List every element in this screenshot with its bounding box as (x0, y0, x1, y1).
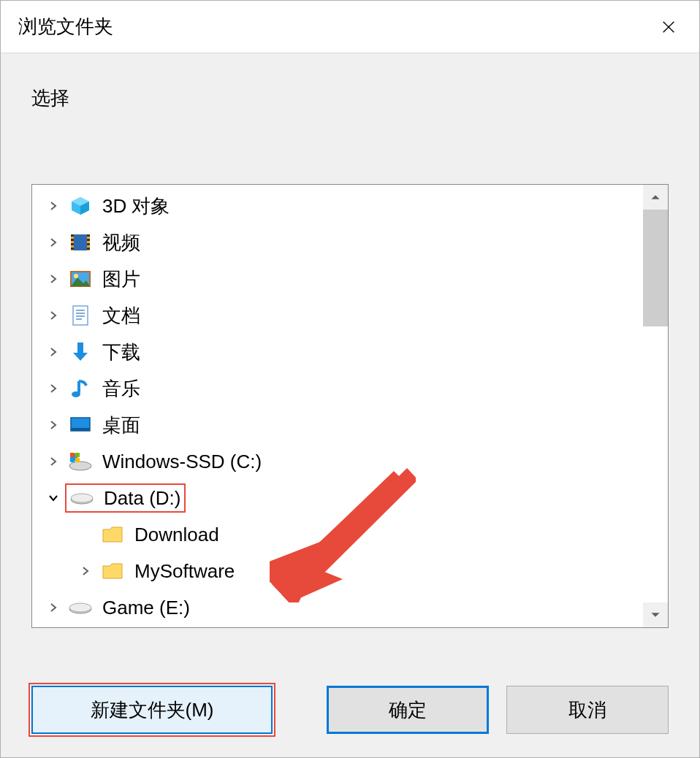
tree-item-label: 桌面 (102, 413, 140, 438)
svg-rect-12 (87, 234, 90, 237)
chevron-right-icon[interactable] (41, 273, 66, 285)
tree-item[interactable]: Data (D:) (32, 480, 668, 516)
svg-point-18 (74, 274, 78, 278)
svg-rect-28 (71, 428, 90, 431)
tree-item[interactable]: MySoftware (32, 553, 668, 589)
tree-item-label: Download (134, 524, 219, 546)
tree-item-label: Windows-SSD (C:) (102, 451, 262, 473)
svg-rect-35 (75, 458, 80, 462)
svg-rect-10 (71, 243, 74, 245)
drive-icon (66, 595, 95, 620)
tree-item-label: 视频 (102, 230, 140, 256)
svg-rect-19 (73, 306, 88, 325)
ok-label: 确定 (389, 697, 427, 723)
svg-rect-11 (71, 248, 74, 250)
svg-point-29 (69, 462, 91, 470)
new-folder-button[interactable]: 新建文件夹(M) (31, 686, 273, 734)
drive-icon (67, 486, 96, 510)
tree-item[interactable]: 视频 (32, 224, 668, 261)
close-button[interactable] (655, 14, 682, 40)
chevron-right-icon[interactable] (41, 602, 66, 613)
chevron-right-icon[interactable] (41, 346, 66, 358)
tree-item[interactable]: 文档 (32, 297, 668, 334)
scroll-down-button[interactable] (643, 602, 668, 627)
folder-icon (98, 522, 127, 547)
svg-rect-34 (70, 458, 75, 462)
folder-icon (98, 559, 127, 583)
chevron-right-icon[interactable] (41, 310, 66, 321)
pictures-icon (66, 267, 95, 291)
tree-item-label: 3D 对象 (102, 194, 170, 219)
dialog-button-row: 新建文件夹(M) 确定 取消 (31, 686, 669, 734)
svg-point-39 (69, 603, 91, 612)
tree-item-label: MySoftware (134, 560, 235, 583)
folder-tree[interactable]: 3D 对象视频图片文档下载音乐桌面Windows-SSD (C:)Data (D… (31, 184, 669, 628)
svg-rect-13 (87, 239, 90, 241)
ok-button[interactable]: 确定 (327, 686, 489, 734)
tree-item[interactable]: 桌面 (32, 407, 668, 443)
chevron-right-icon[interactable] (41, 237, 66, 248)
tree-item-label: 图片 (102, 267, 140, 292)
chevron-right-icon[interactable] (41, 383, 66, 394)
instruction-label: 选择 (31, 85, 669, 111)
svg-marker-25 (73, 353, 88, 361)
tree-item[interactable]: 音乐 (32, 370, 668, 407)
svg-rect-8 (71, 234, 74, 237)
svg-rect-33 (75, 453, 80, 457)
titlebar: 浏览文件夹 (1, 1, 699, 53)
chevron-down-icon[interactable] (41, 492, 66, 504)
chevron-right-icon[interactable] (41, 456, 66, 467)
svg-rect-14 (87, 243, 90, 245)
cancel-button[interactable]: 取消 (506, 686, 669, 734)
tree-item-label: Game (E:) (102, 597, 190, 619)
svg-rect-32 (70, 453, 75, 457)
tree-item[interactable]: Windows-SSD (C:) (32, 443, 668, 480)
3d-objects-icon (66, 194, 95, 218)
scroll-up-button[interactable] (643, 185, 668, 210)
svg-rect-24 (77, 342, 83, 353)
chevron-right-icon[interactable] (73, 565, 98, 577)
tree-item-label: 下载 (102, 340, 140, 365)
new-folder-label: 新建文件夹(M) (91, 697, 214, 723)
dialog-title: 浏览文件夹 (18, 14, 113, 39)
tree-item-label: 音乐 (102, 376, 140, 402)
chevron-right-icon[interactable] (41, 200, 66, 212)
svg-point-37 (71, 494, 93, 502)
desktop-icon (66, 413, 95, 437)
close-icon (661, 19, 677, 35)
cancel-label: 取消 (568, 697, 606, 723)
tree-item[interactable]: 3D 对象 (32, 188, 668, 224)
svg-rect-15 (87, 248, 90, 250)
videos-icon (66, 230, 95, 255)
documents-icon (66, 303, 95, 328)
tree-item[interactable]: Download (32, 516, 668, 553)
tree-item[interactable]: 图片 (32, 261, 668, 297)
music-icon (66, 376, 95, 401)
drive-win-icon (66, 449, 95, 474)
dialog-content: 选择 3D 对象视频图片文档下载音乐桌面Windows-SSD (C:)Data… (1, 53, 699, 757)
tree-item-label: Data (D:) (104, 487, 180, 510)
tree-item[interactable]: Game (E:) (32, 589, 668, 626)
browse-folder-dialog: 浏览文件夹 选择 3D 对象视频图片文档下载音乐桌面Windows-SSD (C… (0, 0, 700, 758)
svg-point-26 (72, 391, 80, 397)
svg-rect-9 (71, 239, 74, 241)
tree-item-label: 文档 (102, 303, 140, 329)
chevron-right-icon[interactable] (41, 419, 66, 431)
downloads-icon (66, 340, 95, 364)
highlighted-selection: Data (D:) (66, 484, 185, 512)
tree-item[interactable]: 下载 (32, 334, 668, 370)
